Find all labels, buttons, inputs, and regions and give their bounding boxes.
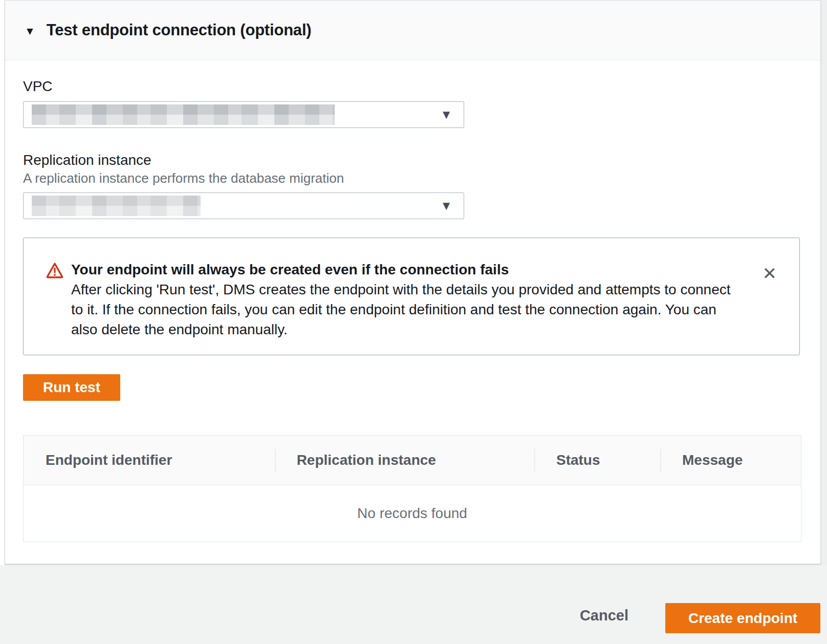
chevron-down-icon: ▼ <box>440 109 452 121</box>
vpc-label: VPC <box>23 78 802 95</box>
page-right-gutter <box>821 0 827 644</box>
collapse-triangle-icon: ▼ <box>25 26 35 36</box>
column-header-status: Status <box>534 436 660 485</box>
warning-triangle-icon <box>46 262 63 355</box>
warning-body: After clicking 'Run test', DMS creates t… <box>71 280 736 339</box>
column-header-replication-instance: Replication instance <box>275 436 534 485</box>
replication-instance-field: Replication instance A replication insta… <box>23 152 802 219</box>
section-body: VPC ▼ Replication instance A replication… <box>5 60 820 542</box>
column-header-message: Message <box>660 436 801 485</box>
test-results-table: Endpoint identifier Replication instance… <box>23 435 801 542</box>
replication-instance-select[interactable]: ▼ <box>23 192 464 219</box>
table-empty-state: No records found <box>24 485 801 542</box>
section-title: Test endpoint connection (optional) <box>47 21 312 39</box>
replication-instance-redacted-value <box>32 196 201 216</box>
vpc-select[interactable]: ▼ <box>23 101 464 128</box>
warning-text: Your endpoint will always be created eve… <box>71 260 736 355</box>
warning-alert: Your endpoint will always be created eve… <box>23 238 800 355</box>
column-header-endpoint-identifier: Endpoint identifier <box>24 436 275 485</box>
warning-title: Your endpoint will always be created eve… <box>71 260 736 280</box>
chevron-down-icon: ▼ <box>440 200 452 212</box>
vpc-redacted-value <box>32 104 335 125</box>
replication-instance-description: A replication instance performs the data… <box>23 170 802 186</box>
close-icon[interactable]: ✕ <box>763 265 777 282</box>
create-endpoint-button[interactable]: Create endpoint <box>665 603 820 633</box>
table-header-row: Endpoint identifier Replication instance… <box>24 436 801 485</box>
test-endpoint-section-card: ▼ Test endpoint connection (optional) VP… <box>5 0 821 564</box>
run-test-button[interactable]: Run test <box>23 374 120 401</box>
replication-instance-label: Replication instance <box>23 152 802 169</box>
vpc-field: VPC ▼ <box>23 78 802 128</box>
section-expander-header[interactable]: ▼ Test endpoint connection (optional) <box>5 1 820 60</box>
no-records-message: No records found <box>357 505 467 522</box>
cancel-button[interactable]: Cancel <box>580 607 628 624</box>
